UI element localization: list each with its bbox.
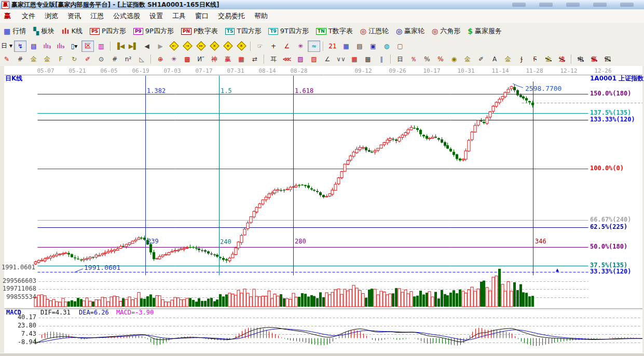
zoom-h-button[interactable]: ↔ bbox=[195, 40, 207, 52]
fan-lines-tool[interactable]: ∠ bbox=[321, 53, 334, 65]
menu-item-1[interactable]: 浏览 bbox=[40, 10, 63, 22]
ma9-tool[interactable]: ılı₉ bbox=[54, 40, 67, 52]
titlebar-item[interactable] bbox=[539, 3, 553, 7]
pen2-tool[interactable]: ✐ bbox=[81, 53, 94, 65]
grid-123-tool[interactable]: ▦ bbox=[235, 53, 248, 65]
fan-purple-tool[interactable]: ▨ bbox=[294, 53, 307, 65]
f-angle-tool[interactable]: F bbox=[529, 53, 541, 65]
t-square-button[interactable]: TST四方形 bbox=[222, 25, 265, 37]
zoom-x-button[interactable]: × bbox=[208, 40, 221, 52]
workstation-button[interactable]: ▢ bbox=[394, 40, 406, 52]
save-button[interactable]: ▣ bbox=[367, 40, 379, 52]
zoom-left-button[interactable]: ← bbox=[168, 40, 180, 52]
menu-item-8[interactable]: 交易委托 bbox=[213, 10, 250, 22]
percent-tool[interactable]: % bbox=[421, 53, 433, 65]
grid-dark-tool[interactable]: ▩ bbox=[362, 53, 374, 65]
kline-button[interactable]: ılıK线 bbox=[58, 25, 86, 37]
angle-ruler-tool[interactable]: ◺ bbox=[135, 53, 148, 65]
prev-button[interactable]: ◀ bbox=[141, 40, 153, 52]
volume-profile-tool[interactable]: ▥ bbox=[95, 40, 107, 52]
four-angle-tool[interactable]: 四 bbox=[601, 53, 614, 65]
a-wave-tool[interactable]: A bbox=[488, 53, 501, 65]
notepad-button[interactable]: ▤ bbox=[353, 40, 366, 52]
speed-angle-tool[interactable]: 速 bbox=[556, 53, 568, 65]
zoom-full-button[interactable]: ✳ bbox=[235, 40, 248, 52]
fan-square-tool[interactable]: ▨ bbox=[308, 53, 320, 65]
p-square-button[interactable]: PSP四方形 bbox=[86, 25, 130, 37]
sector-button[interactable]: ▚板块 bbox=[30, 25, 58, 37]
gold-ratio-tool[interactable]: 金 bbox=[41, 53, 53, 65]
period-dropdown[interactable]: 日 ▾ bbox=[1, 40, 13, 52]
er-tool[interactable]: 耳 bbox=[267, 53, 280, 65]
spiderweb-tool[interactable]: ✳ bbox=[168, 53, 180, 65]
winner-service-button[interactable]: $赢家服务 bbox=[464, 25, 505, 37]
notes-tool[interactable]: ▤ bbox=[28, 40, 40, 52]
k-wave-tool[interactable]: И″ bbox=[195, 53, 207, 65]
p-number-table-button[interactable]: PNP数字表 bbox=[177, 25, 222, 37]
zoom-right-button[interactable]: → bbox=[181, 40, 194, 52]
menu-item-4[interactable]: 公式选股 bbox=[108, 10, 145, 22]
zigzag-tool[interactable]: ↯ bbox=[14, 40, 26, 52]
t-number-table-button[interactable]: TNT数字表 bbox=[312, 25, 357, 37]
titlebar-item[interactable] bbox=[512, 3, 526, 7]
hand-tool[interactable]: ☞ bbox=[254, 40, 266, 52]
gold-circle-tool[interactable]: ◉ bbox=[448, 53, 460, 65]
compass-pen-tool[interactable]: ✎ bbox=[1, 53, 13, 65]
titlebar-item[interactable] bbox=[566, 3, 580, 7]
spiral-tool[interactable]: ↻ bbox=[68, 53, 80, 65]
hash-tool[interactable]: # bbox=[108, 53, 121, 65]
titlebar-item[interactable] bbox=[593, 3, 607, 7]
fan-red-tool[interactable]: ⋘ bbox=[281, 53, 293, 65]
mu-tool[interactable]: 目 bbox=[394, 53, 406, 65]
net-mail-button[interactable]: ◍ bbox=[380, 40, 393, 52]
gold-line-tool[interactable]: 金 bbox=[461, 53, 474, 65]
target-tool[interactable]: ⊕ bbox=[154, 53, 167, 65]
titlebar-item[interactable] bbox=[620, 3, 634, 7]
menu-item-2[interactable]: 资讯 bbox=[63, 10, 86, 22]
gold-under-tool[interactable]: 金 bbox=[502, 53, 514, 65]
menu-item-0[interactable]: 文件 bbox=[17, 10, 40, 22]
9t-square-button[interactable]: T99T四方形 bbox=[265, 25, 312, 37]
first-page-button[interactable]: ▐◀ bbox=[114, 40, 126, 52]
span-tool[interactable]: ⇄ bbox=[249, 53, 261, 65]
9p-square-button[interactable]: P99P四方形 bbox=[130, 25, 177, 37]
gann-wheel-button[interactable]: ◎江恩轮 bbox=[357, 25, 392, 37]
percent-zone-tool[interactable]: ％ bbox=[407, 53, 420, 65]
ma3-tool[interactable]: ılı₃ bbox=[41, 40, 53, 52]
menu-item-5[interactable]: 设置 bbox=[145, 10, 168, 22]
angle-tool[interactable]: ∠ bbox=[281, 40, 293, 52]
calendar-button[interactable]: 21 bbox=[326, 40, 339, 52]
cycle-clock-tool[interactable]: ⊙ bbox=[95, 53, 107, 65]
hexagon-button[interactable]: ◎六角形 bbox=[428, 25, 464, 37]
calculator-button[interactable]: ▦ bbox=[340, 40, 352, 52]
ying-tool[interactable]: 赢 bbox=[222, 53, 234, 65]
web-grid-tool[interactable]: ▩ bbox=[181, 53, 194, 65]
menu-item-6[interactable]: 工具 bbox=[168, 10, 190, 22]
last-page-button[interactable]: ▶▌ bbox=[127, 40, 140, 52]
menu-item-9[interactable]: 帮助 bbox=[250, 10, 272, 22]
quote-button[interactable]: ▦行情 bbox=[0, 25, 30, 37]
gann-mark-tool[interactable]: ✳ bbox=[294, 40, 307, 52]
gold-split-tool[interactable]: 金 bbox=[28, 53, 40, 65]
wave-tool[interactable]: ≈ bbox=[308, 40, 320, 52]
brush-tool[interactable]: ✐ bbox=[475, 53, 487, 65]
wave-v-tool[interactable]: ∨∨ bbox=[335, 53, 347, 65]
region-tool[interactable]: 区 bbox=[81, 40, 94, 52]
fibonacci-tool[interactable]: F bbox=[54, 53, 67, 65]
next-button[interactable]: ▶ bbox=[154, 40, 167, 52]
shen-tool[interactable]: 神 bbox=[208, 53, 221, 65]
ying-angle-tool[interactable]: 赢 bbox=[588, 53, 600, 65]
n2-tool[interactable]: n² bbox=[122, 53, 134, 65]
elec-angle-tool[interactable]: 电 bbox=[574, 53, 587, 65]
winner-wheel-button[interactable]: ◎赢家轮 bbox=[392, 25, 428, 37]
candle-style-dropdown[interactable]: ▯▾ bbox=[68, 40, 80, 52]
grid-red-tool[interactable]: ▦ bbox=[348, 53, 361, 65]
percent-line-tool[interactable]: % bbox=[434, 53, 447, 65]
gold-angle-tool[interactable]: 金 bbox=[542, 53, 555, 65]
menu-item-3[interactable]: 江恩 bbox=[86, 10, 108, 22]
grid-lines-tool[interactable]: # bbox=[14, 53, 26, 65]
menu-item-7[interactable]: 窗口 bbox=[190, 10, 213, 22]
zoom-all-button[interactable]: + bbox=[222, 40, 234, 52]
crosshair-tool[interactable]: + bbox=[267, 40, 280, 52]
j-angle-tool[interactable]: J bbox=[515, 53, 528, 65]
